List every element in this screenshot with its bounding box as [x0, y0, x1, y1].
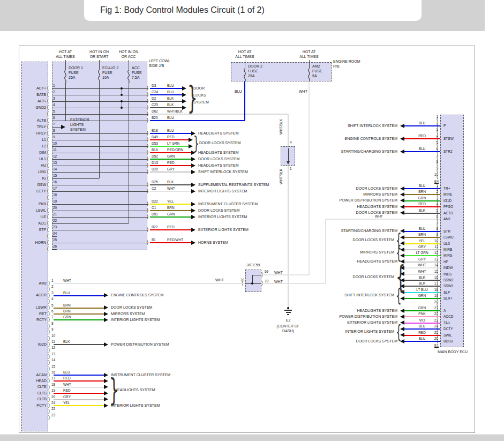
jb-left-pin-bracket: ( — [47, 214, 49, 220]
ecu-pin-number: 19 — [434, 294, 438, 298]
jb-out-arrow — [191, 189, 195, 193]
ecu-wire — [404, 335, 440, 336]
ecu-pin-number: 8 — [436, 227, 438, 231]
bottom-pin-bracket: ) — [48, 286, 50, 292]
jb-out-wire-color: BLU — [167, 90, 174, 94]
jb-out-wire — [150, 159, 191, 160]
jb-out-wire-color: LT GRN — [167, 141, 179, 146]
erb-fuse-feed — [309, 60, 310, 69]
jb-left-pin-bracket: ( — [47, 175, 49, 181]
jb-internal-wire — [52, 133, 148, 134]
bottom-pin-label: CLTS — [37, 391, 47, 396]
jb-pin-number: 6 — [53, 116, 55, 120]
bottom-wire-color: WHT — [63, 383, 71, 387]
bottom-pin-bracket: ) — [48, 280, 50, 286]
far-left-pin-label: IG — [42, 176, 46, 181]
far-left-pin-label: ACT+ — [36, 86, 46, 91]
fuse-label: ACC — [132, 66, 140, 71]
jb-out-wire — [150, 146, 189, 147]
jb-out-dest: HEADLIGHTS SYSTEM — [198, 151, 238, 155]
diagram-layer: LEFT COWLSIDE J/BHOT ATALL TIMESDOOR 1FU… — [0, 0, 504, 441]
jb-out-wire — [150, 94, 182, 95]
ecu-wire-color: BLK — [419, 281, 425, 286]
ecu-pin-number: 8 — [436, 160, 438, 164]
ecu-wire — [404, 310, 440, 311]
ecu-dest: HEADLIGHTS SYSTEM — [357, 259, 397, 264]
bottom-arrow — [104, 342, 108, 347]
fuse-header-line1: HOT AT — [59, 50, 72, 55]
erb-fuse-icon — [242, 69, 248, 81]
jb-pin-number: 23 — [53, 225, 57, 229]
jc-internal-h69 — [252, 275, 261, 275]
jb-out-bracket: ) — [147, 98, 148, 104]
far-left-pin-label: HU — [41, 163, 46, 168]
ecu-wire-color: WHT — [418, 270, 426, 274]
ecu-arrow — [400, 192, 404, 197]
jb-internal-wire — [52, 230, 148, 230]
erb-fuse-label: FUSE — [248, 69, 258, 74]
jb-out-wire-color: BLK — [167, 103, 174, 107]
jb-out-arrow — [191, 228, 195, 232]
jb-note-line: EXTERIOR — [70, 118, 89, 123]
bottom-pin-bracket: ) — [48, 402, 50, 408]
bottom-pin-number: 5 — [51, 303, 54, 308]
bottom-pin-bracket: ) — [48, 378, 50, 384]
jb-internal-wire — [52, 217, 148, 218]
ecu-pin-name: STR2 — [443, 150, 453, 154]
ecu-wire-color: LT BLU — [416, 288, 427, 292]
jb-out-wire-color: RED/GRN — [167, 148, 183, 152]
far-left-pin-label: DIM — [39, 151, 46, 155]
jb-pin-number: 12 — [53, 154, 57, 159]
erb-fuse-header-line1: HOT AT — [303, 50, 316, 55]
ecu-dest: STARTING/CHARGING SYSTEM — [341, 150, 397, 154]
jb-internal-wire — [52, 236, 57, 237]
ecu-pin-name: INDS — [443, 272, 452, 276]
bottom-wire — [54, 399, 104, 400]
ecu-arrow — [400, 150, 404, 154]
jb-group-a-dest: SYSTEM — [193, 100, 209, 105]
jb-out-pin-id: D62 — [152, 109, 158, 114]
ecu-pin-number: 3 — [436, 196, 438, 200]
ecu-dest: DOOR LOCKS SYSTEM — [356, 339, 397, 344]
jb-pin-number: 17 — [53, 186, 57, 191]
bottom-wire-color: BLK — [63, 340, 70, 344]
jb-internal-wire — [52, 159, 148, 160]
jb-junction-dot — [121, 94, 123, 96]
jb-out-dest: HEADLIGHTS SYSTEM — [198, 163, 238, 168]
jb-left-pin-bracket: ( — [47, 130, 49, 136]
wire-door2-drop — [244, 81, 245, 121]
jb-pin-number: 8 — [53, 129, 55, 133]
jb-out-pin-id: D13 — [152, 161, 158, 165]
ecu-arrow — [400, 137, 404, 141]
ecu-dest: EXTERIOR LIGHTS SYSTEM — [347, 320, 397, 325]
jb-left-pin-bracket: ( — [47, 85, 49, 91]
jb-pin-number: 9 — [53, 135, 55, 139]
jb-out-pin-id: D3 — [152, 84, 156, 88]
jb-out-wire-color: BLU — [167, 84, 174, 88]
ecu-pin-number: 21 — [434, 306, 438, 310]
wire-door2-color: BLU — [235, 89, 242, 94]
jb-out-bracket: ) — [147, 85, 148, 91]
jb-internal-wire — [52, 121, 148, 121]
ecu-wire-color: BLK — [419, 208, 425, 213]
jb-out-dest: DOOR LOCKS SYSTEM — [198, 208, 239, 213]
jb-pin-number: 25 — [53, 238, 57, 242]
jb-out-wire-color: WHT/BLK — [167, 109, 183, 114]
bottom-pin-bracket: ) — [48, 323, 50, 329]
jb-pin-number: 20 — [53, 206, 57, 210]
ground-location: DASH) — [282, 329, 294, 334]
jb-left-pin-bracket: ( — [47, 92, 49, 98]
ecu-arrow — [400, 186, 404, 191]
ecu-dest: MIRRORS SYSTEM — [363, 192, 397, 197]
jb-out-arrow — [191, 170, 195, 174]
jb-pin-number: 15 — [53, 174, 57, 178]
jb-pin-number: 1 — [53, 84, 55, 88]
ecu-wire-color: RED — [418, 134, 426, 138]
ecu-wire — [404, 206, 440, 207]
jb-out-wire-color: RED/WHT — [167, 238, 183, 242]
ecu-pin-number: 22 — [434, 312, 438, 316]
jb-left-pin-bracket: ( — [47, 143, 49, 149]
ecu-wire — [404, 341, 440, 342]
jb-internal-wire — [52, 166, 148, 166]
fuse-header-line2: OR START — [90, 55, 109, 59]
